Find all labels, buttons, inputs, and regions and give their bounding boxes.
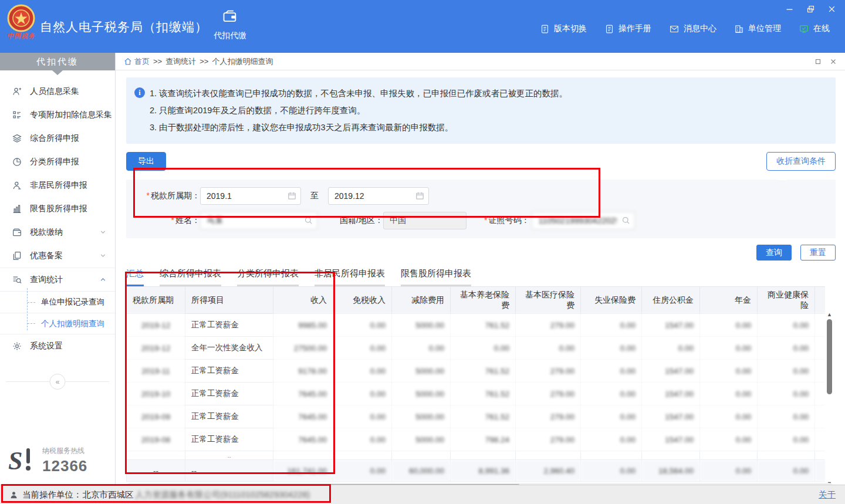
id-number-field [532, 212, 635, 229]
calendar-icon[interactable] [287, 191, 297, 201]
close-icon[interactable] [826, 4, 837, 14]
sidebar-item[interactable]: 专项附加扣除信息采集 [0, 103, 115, 127]
cell-value: 279.00 [516, 360, 581, 383]
cell-value: 0.00 [700, 360, 758, 383]
minimize-icon[interactable] [784, 4, 795, 14]
column-header: 税款所属期 [127, 287, 185, 314]
chevron-down-icon [99, 228, 107, 236]
filter-panel: *税款所属期： 至 *姓名： [126, 180, 836, 238]
sidebar-item[interactable]: 限售股所得申报 [0, 197, 115, 221]
cell-value: 0.00 [516, 337, 581, 360]
period-from-input[interactable] [200, 187, 301, 205]
tab-汇总[interactable]: 汇总 [126, 268, 144, 286]
cell-value: 279.00 [516, 383, 581, 405]
sidebar: 代扣代缴 人员信息采集专项附加扣除信息采集综合所得申报分类所得申报非居民所得申报… [0, 53, 116, 485]
id-number-input[interactable] [532, 212, 635, 229]
bar-chart-icon [12, 204, 22, 214]
reset-button[interactable]: 重置 [800, 245, 836, 261]
period-to-input[interactable] [328, 187, 429, 205]
breadcrumb-level1: 查询统计 [165, 56, 196, 67]
collapse-query-button[interactable]: 收折查询条件 [766, 152, 836, 171]
table-row[interactable]: 2019-10正常工资薪金7645.000.005000.00761.52279… [127, 383, 826, 405]
tab-综合所得申报表[interactable]: 综合所得申报表 [160, 268, 221, 286]
cell-value: 5000.00 [392, 405, 451, 428]
table-row[interactable]: 2019-08正常工资薪金7645.000.005000.00798.24279… [127, 428, 826, 451]
sidebar-subitem[interactable]: 个人扣缴明细查询 [0, 313, 115, 334]
name-input[interactable] [200, 212, 317, 229]
layers-icon [12, 133, 22, 144]
pane-close-icon[interactable] [830, 58, 837, 65]
sidebar-item[interactable]: 人员信息采集 [0, 80, 115, 103]
tab-非居民所得申报表[interactable]: 非居民所得申报表 [315, 268, 385, 286]
action-row: 查询 重置 [126, 245, 836, 261]
cell-value: 27500.00 [273, 337, 333, 360]
cell-value: 161,741.00 [273, 460, 333, 482]
tab-限售股所得申报表[interactable]: 限售股所得申报表 [401, 268, 471, 286]
export-button[interactable]: 导出 [126, 152, 166, 171]
top-nav-item-3[interactable]: 单位管理 [734, 23, 781, 34]
module-tab-daikou[interactable]: 代扣代缴 [203, 8, 257, 41]
breadcrumb-home-link[interactable]: 首页 [124, 56, 150, 67]
cell-value: 0.00 [333, 460, 392, 482]
sidebar-collapse-button[interactable]: « [50, 374, 66, 390]
cell-value: 5000.00 [392, 360, 451, 383]
about-link[interactable]: 关于 [819, 489, 836, 500]
table-row[interactable]: 2019-11正常工资薪金9178.000.005000.00761.52279… [127, 360, 826, 383]
sidebar-item[interactable]: 非居民所得申报 [0, 174, 115, 197]
sidebar-item[interactable]: 综合所得申报 [0, 127, 115, 150]
cell-value: 0.00 [758, 314, 815, 337]
sidebar-subitem-label: 个人扣缴明细查询 [41, 319, 104, 329]
table-row[interactable]: 2019-09正常工资薪金7645.000.005000.00761.52279… [127, 405, 826, 428]
period-label: *税款所属期： [126, 191, 200, 201]
scroll-up-icon[interactable]: ▲ [826, 311, 833, 318]
top-nav-item-4[interactable]: 在线 [799, 23, 830, 34]
hotline-logo-icon: S [7, 446, 38, 475]
notice-line: 1. 该查询统计表仅能查询已申报成功的数据，不包含未申报、申报失败，已申报但已作… [150, 85, 825, 102]
checklist-icon [12, 110, 22, 120]
table-row[interactable]: ----161,741.000.0060,000.008,991.362,960… [127, 460, 826, 482]
search-button[interactable]: 查询 [756, 245, 792, 261]
breadcrumb-separator: >> [200, 57, 208, 66]
vertical-scrollbar[interactable]: ▲ ▼ [826, 311, 833, 487]
cell-value: 0.00 [700, 337, 758, 360]
cell-value: 761.52 [451, 314, 516, 337]
cell-value: 0.00 [758, 405, 815, 428]
sidebar-item-label: 优惠备案 [30, 251, 63, 261]
cell-value: 0.00 [700, 405, 758, 428]
top-nav-label: 单位管理 [748, 23, 781, 34]
top-nav-item-2[interactable]: 消息中心 [669, 23, 716, 34]
top-nav-item-0[interactable]: 版本切换 [540, 23, 587, 34]
top-nav-item-1[interactable]: 操作手册 [604, 23, 651, 34]
sidebar-item[interactable]: 分类所得申报 [0, 150, 115, 174]
breadcrumb-separator: >> [153, 57, 162, 66]
home-icon [124, 57, 132, 66]
restore-icon[interactable] [805, 4, 816, 14]
search-list-icon [12, 275, 22, 285]
cell-partial: .. [185, 451, 273, 460]
search-icon[interactable] [303, 215, 313, 225]
notice-line: 3. 由于数据处理的滞后性，建议您在申报成功3天之后再来查询最新的申报数据。 [150, 119, 825, 136]
sidebar-item[interactable]: 查询统计 [0, 268, 115, 291]
sidebar-item[interactable]: 系统设置 [0, 334, 115, 358]
result-table-zone: 税款所属期所得项目收入免税收入减除费用基本养老保险费基本医疗保险费失业保险费住房… [126, 286, 833, 491]
cell-value: 2,960.40 [516, 460, 581, 482]
cell-partial [333, 451, 392, 460]
calendar-icon[interactable] [415, 191, 425, 201]
info-icon: i [134, 87, 145, 98]
sidebar-item-label: 系统设置 [30, 341, 63, 351]
sidebar-item[interactable]: 税款缴纳 [0, 221, 115, 244]
table-row[interactable]: 2019-12全年一次性奖金收入27500.000.000.000.000.00… [127, 337, 826, 360]
column-header: 基本养老保险费 [451, 287, 516, 314]
sidebar-subitem[interactable]: 单位申报记录查询 [0, 292, 115, 313]
cell-partial [516, 451, 581, 460]
tab-分类所得申报表[interactable]: 分类所得申报表 [237, 268, 299, 286]
pane-maximize-icon[interactable] [814, 58, 822, 65]
table-row[interactable]: 2019-12正常工资薪金9985.000.005000.00761.52279… [127, 314, 826, 337]
cell-value: 0.00 [758, 360, 815, 383]
vertical-scroll-thumb[interactable] [827, 319, 832, 394]
sidebar-item[interactable]: 优惠备案 [0, 244, 115, 268]
result-table: 税款所属期所得项目收入免税收入减除费用基本养老保险费基本医疗保险费失业保险费住房… [126, 286, 825, 482]
cell-value: 761.52 [451, 360, 516, 383]
search-icon[interactable] [621, 215, 631, 225]
cell-period: 2019-12 [127, 314, 185, 337]
